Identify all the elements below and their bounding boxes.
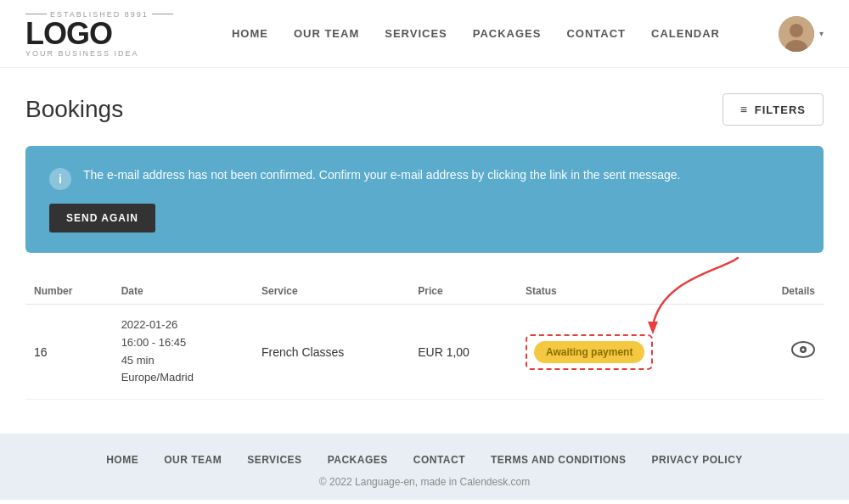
cell-number: 16	[25, 305, 113, 400]
footer-contact[interactable]: CONTACT	[413, 454, 465, 466]
svg-point-1	[790, 24, 803, 37]
table-row: 16 2022-01-26 16:00 - 16:45 45 min Europ…	[25, 305, 824, 400]
filters-icon: ≡	[740, 103, 748, 116]
footer-privacy[interactable]: PRIVACY POLICY	[652, 454, 743, 466]
col-status: Status	[517, 278, 745, 305]
table-body: 16 2022-01-26 16:00 - 16:45 45 min Europ…	[25, 305, 824, 400]
email-confirmation-banner: i The e-mail address has not been confir…	[25, 146, 824, 253]
col-price: Price	[409, 278, 517, 305]
nav-our-team[interactable]: OUR TEAM	[294, 27, 359, 40]
col-service: Service	[253, 278, 409, 305]
page-title: Bookings	[25, 96, 123, 123]
status-box: Awaiting payment	[526, 334, 653, 370]
footer-copyright: © 2022 Language-en, made in Calendesk.co…	[25, 476, 824, 488]
footer: HOME OUR TEAM SERVICES PACKAGES CONTACT …	[0, 434, 849, 500]
footer-nav: HOME OUR TEAM SERVICES PACKAGES CONTACT …	[25, 454, 824, 466]
main-nav: HOME OUR TEAM SERVICES PACKAGES CONTACT …	[173, 27, 779, 40]
date-line2: 16:00 - 16:45	[121, 334, 245, 352]
booking-date: 2022-01-26 16:00 - 16:45 45 min Europe/M…	[121, 316, 245, 387]
footer-packages[interactable]: PACKAGES	[328, 454, 388, 466]
main-content: Bookings ≡ FILTERS i The e-mail address …	[0, 68, 849, 434]
date-line3: 45 min	[121, 352, 245, 370]
col-date: Date	[113, 278, 253, 305]
cell-status: Awaiting payment	[517, 305, 745, 400]
nav-calendar[interactable]: CALENDAR	[651, 27, 720, 40]
filters-label: FILTERS	[755, 104, 806, 116]
nav-services[interactable]: SERVICES	[385, 27, 447, 40]
footer-terms[interactable]: TERMS AND CONDITIONS	[491, 454, 627, 466]
avatar[interactable]	[779, 16, 814, 52]
nav-home[interactable]: HOME	[232, 27, 268, 40]
date-line4: Europe/Madrid	[121, 369, 245, 387]
svg-marker-3	[648, 322, 658, 334]
cell-price: EUR 1,00	[409, 305, 517, 400]
page-header: Bookings ≡ FILTERS	[25, 93, 824, 126]
avatar-image	[779, 16, 814, 52]
details-view-icon[interactable]	[791, 343, 815, 361]
bookings-table-wrapper: Number Date Service Price Status Details…	[25, 278, 824, 400]
cell-date: 2022-01-26 16:00 - 16:45 45 min Europe/M…	[113, 305, 253, 400]
date-line1: 2022-01-26	[121, 316, 245, 334]
user-area: ▾	[779, 16, 824, 52]
cell-service: French Classes	[253, 305, 409, 400]
footer-our-team[interactable]: OUR TEAM	[164, 454, 222, 466]
svg-point-6	[802, 349, 805, 351]
col-details: Details	[745, 278, 824, 305]
banner-message: The e-mail address has not been confirme…	[83, 166, 680, 184]
status-badge: Awaiting payment	[534, 341, 644, 363]
nav-packages[interactable]: PACKAGES	[473, 27, 542, 40]
table-header: Number Date Service Price Status Details	[25, 278, 824, 305]
info-icon: i	[49, 168, 71, 190]
banner-message-row: i The e-mail address has not been confir…	[49, 166, 800, 190]
nav-contact[interactable]: CONTACT	[566, 27, 626, 40]
col-number: Number	[25, 278, 113, 305]
footer-home[interactable]: HOME	[106, 454, 138, 466]
logo: ESTABLISHED 8991 LOGO YOUR BUSINESS IDEA	[25, 10, 173, 58]
logo-sub: YOUR BUSINESS IDEA	[25, 49, 173, 58]
send-again-button[interactable]: SEND AGAIN	[49, 204, 155, 232]
logo-text: LOGO	[25, 19, 173, 49]
footer-services[interactable]: SERVICES	[247, 454, 301, 466]
user-menu-chevron[interactable]: ▾	[819, 29, 824, 38]
filters-button[interactable]: ≡ FILTERS	[722, 93, 824, 126]
header: ESTABLISHED 8991 LOGO YOUR BUSINESS IDEA…	[0, 0, 849, 68]
cell-details	[745, 305, 824, 400]
bookings-table: Number Date Service Price Status Details…	[25, 278, 824, 400]
